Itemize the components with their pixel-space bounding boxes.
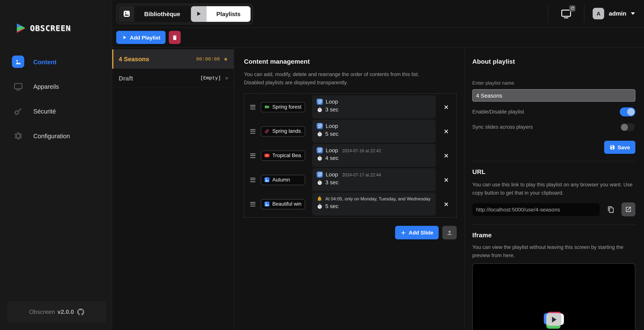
tab-playlists[interactable]: Playlists [191,6,250,22]
sidebar-item-configuration[interactable]: Configuration [0,123,112,148]
slide-chip[interactable]: Autumn [261,175,305,185]
play-icon [122,35,127,40]
caret-down-icon [631,12,635,15]
user-name: admin [609,10,626,17]
copy-url-button[interactable] [608,206,614,213]
add-playlist-button[interactable]: Add Playlist [116,31,166,44]
drag-handle-icon[interactable] [250,202,256,206]
slide-name: Beautiful win… [272,201,302,207]
slide-duration-badge[interactable]: 3 sec [325,107,339,113]
slide-chip[interactable]: Spring forest… [261,102,305,112]
close-icon [443,104,449,110]
slide-chip[interactable]: Beautiful win… [261,199,305,209]
playlist-name-input[interactable] [472,89,636,102]
slide-card: Loop 5 sec [312,120,436,143]
remove-slide-button[interactable] [436,201,456,207]
playlist-empty-badge: [Empty] [200,75,221,81]
topbar: Bibliothèque Playlists [112,0,644,28]
add-playlist-label: Add Playlist [130,34,160,41]
trash-icon [172,34,178,41]
slide-cron-badge[interactable]: At 04:05, only on Monday, Tuesday, and W… [325,196,431,201]
slide-duration-badge[interactable]: 5 sec [325,131,339,137]
user-menu[interactable]: A admin [593,8,635,19]
link-icon [263,127,271,135]
add-slide-label: Add Slide [409,230,434,236]
close-icon [443,153,449,158]
image-icon [264,201,270,207]
tab-label: Playlists [206,6,250,22]
stopwatch-icon [316,155,323,161]
playlist-name: 4 Seasons [119,56,196,63]
screen-preview-button[interactable] [561,8,572,19]
slide-chip[interactable]: Spring lands… [261,126,305,136]
delete-playlist-button[interactable] [169,31,181,44]
remove-slide-button[interactable] [436,177,456,183]
sidebar-item-label: Sécurité [33,107,56,114]
slide-row: Beautiful win… At 04:05, only on Monday,… [244,193,456,216]
tab-bibliotheque[interactable]: Bibliothèque [119,6,190,22]
playlist-item-4-seasons[interactable]: 4 Seasons 00:00:08 ★ [112,49,234,69]
upload-slide-button[interactable] [442,226,457,239]
github-icon[interactable] [76,308,84,315]
add-slide-button[interactable]: Add Slide [395,226,439,239]
slide-mode-badge[interactable]: Loop [326,123,338,129]
slide-mode-badge[interactable]: Loop [326,172,338,178]
loop-icon [316,147,323,153]
sync-toggle-row: Sync slides across players [472,123,636,132]
playlist-toolbar: Add Playlist [112,28,644,48]
drag-handle-icon[interactable] [250,129,256,133]
slide-card: Loop 2024-07-17 at 22:44 3 sec [312,168,436,191]
drag-handle-icon[interactable] [250,153,256,158]
drag-handle-icon[interactable] [250,178,256,182]
slide-card: At 04:05, only on Monday, Tuesday, and W… [312,193,436,216]
sidebar-item-securite[interactable]: Sécurité [0,99,112,123]
slide-name: Spring lands… [272,128,302,134]
save-button[interactable]: Save [604,141,636,154]
close-icon [443,128,449,134]
obscreen-logo-icon [16,23,26,34]
url-description: You can use this link to play this playl… [472,181,636,197]
slide-row: Spring lands… Loop 5 sec [244,120,456,143]
content-description: You can add, modify, delete and rearrang… [244,70,439,87]
content-management-panel: Content management You can add, modify, … [234,48,465,330]
slide-duration-badge[interactable]: 5 sec [325,203,339,209]
close-icon [443,201,449,207]
save-label: Save [618,144,630,150]
slide-mode-badge[interactable]: Loop [326,147,338,153]
monitor-icon [12,80,24,93]
open-url-button[interactable] [622,203,636,217]
remove-slide-button[interactable] [436,104,456,110]
remove-slide-button[interactable] [436,153,456,158]
external-link-icon [625,206,632,213]
copy-icon [608,206,614,213]
sync-toggle[interactable] [620,123,635,132]
stopwatch-icon [316,180,323,186]
slide-duration-badge[interactable]: 3 sec [325,180,339,186]
sidebar-item-label: Content [33,58,56,65]
sidebar-item-content[interactable]: Content [0,49,112,74]
remove-slide-button[interactable] [436,128,456,134]
drag-handle-icon[interactable] [250,105,256,109]
playlist-list: 4 Seasons 00:00:08 ★ Draft [Empty] [112,48,234,330]
playlist-url-input[interactable] [472,203,600,216]
gear-icon [12,130,24,142]
slide-mode-badge[interactable]: Loop [326,99,338,105]
slide-schedule-date: 2024-07-16 at 22:42 [342,148,381,153]
topbar-right: A admin [548,5,644,23]
playlist-name: Draft [119,75,200,82]
image-icon [264,177,270,183]
obscreen-player-logo [544,312,564,329]
divider [472,161,636,161]
playlist-item-draft[interactable]: Draft [Empty] [112,69,234,88]
loop-icon [316,172,323,178]
status-dot-icon [226,77,228,79]
sidebar-item-appareils[interactable]: Appareils [0,74,112,99]
enable-toggle-row: Enable/Disable playlist [472,107,636,116]
enable-toggle[interactable] [620,107,635,116]
sync-label: Sync slides across players [472,124,533,130]
slide-duration-badge[interactable]: 4 sec [325,155,339,161]
playlist-preview-iframe [472,263,636,330]
slide-chip[interactable]: Tropical Bea… [261,150,305,161]
slide-row: Spring forest… Loop 3 sec [244,95,456,118]
stopwatch-icon [316,107,323,113]
